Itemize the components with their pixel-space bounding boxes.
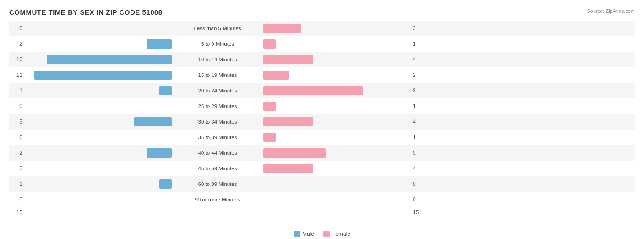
bar-section-right	[263, 71, 410, 80]
bar-section-right	[263, 39, 410, 49]
bar-male	[147, 39, 172, 49]
right-value: 0	[410, 196, 426, 203]
left-value: 0	[9, 25, 25, 32]
left-value: 10	[9, 56, 25, 63]
bar-section-left	[25, 86, 172, 95]
axis-right-value: 15	[410, 209, 426, 216]
chart-row: 0 25 to 29 Minutes 1	[9, 98, 635, 114]
left-value: 3	[9, 119, 25, 125]
left-value: 0	[9, 196, 25, 203]
row-label: 90 or more Minutes	[172, 197, 263, 202]
bar-section-right	[263, 133, 410, 142]
bar-section-left	[25, 71, 172, 80]
chart-row: 0 90 or more Minutes 0	[9, 192, 635, 207]
row-label: Less than 5 Minutes	[172, 26, 263, 31]
right-value: 8	[410, 87, 426, 94]
bar-male	[147, 148, 172, 158]
row-label: 15 to 19 Minutes	[172, 72, 263, 78]
right-value: 1	[410, 41, 426, 47]
bar-section-left	[25, 195, 172, 204]
row-label: 40 to 44 Minutes	[172, 150, 263, 156]
legend-female: Female	[323, 231, 350, 237]
male-legend-label: Male	[302, 231, 314, 237]
female-legend-label: Female	[332, 231, 350, 237]
right-value: 5	[410, 150, 426, 156]
right-value: 3	[410, 25, 426, 32]
bar-female	[263, 148, 326, 158]
bar-section-left	[25, 148, 172, 158]
right-value: 4	[410, 56, 426, 63]
bar-female	[263, 39, 276, 49]
chart-row: 2 40 to 44 Minutes 5	[9, 145, 635, 161]
chart-row: 11 15 to 19 Minutes 2	[9, 67, 635, 83]
left-value: 1	[9, 87, 25, 94]
chart-row: 0 35 to 39 Minutes 1	[9, 130, 635, 145]
row-label: 25 to 29 Minutes	[172, 103, 263, 109]
bar-section-right	[263, 179, 410, 189]
chart-row: 0 Less than 5 Minutes 3	[9, 21, 635, 36]
bar-section-right	[263, 55, 410, 64]
right-value: 1	[410, 103, 426, 109]
chart-row: 10 10 to 14 Minutes 4	[9, 52, 635, 67]
row-label: 60 to 89 Minutes	[172, 181, 263, 187]
row-label: 10 to 14 Minutes	[172, 57, 263, 62]
legend: Male Female	[294, 231, 350, 237]
row-label: 5 to 9 Minutes	[172, 41, 263, 47]
bar-female	[263, 133, 276, 142]
bar-section-right	[263, 117, 410, 126]
left-value: 1	[9, 181, 25, 187]
bar-female	[263, 102, 276, 111]
left-value: 0	[9, 103, 25, 109]
bar-section-right	[263, 148, 410, 158]
bar-section-left	[25, 55, 172, 64]
chart-area: 0 Less than 5 Minutes 3 2 5 to 9 Minutes…	[9, 21, 635, 206]
bar-male	[34, 71, 172, 80]
bar-female	[263, 24, 301, 33]
bar-section-left	[25, 24, 172, 33]
chart-row: 0 45 to 59 Minutes 4	[9, 161, 635, 176]
male-legend-icon	[294, 231, 300, 237]
bar-female	[263, 86, 363, 95]
bar-section-left	[25, 164, 172, 173]
axis-left-value: 15	[9, 209, 25, 216]
chart-row: 2 5 to 9 Minutes 1	[9, 36, 635, 52]
row-label: 30 to 34 Minutes	[172, 119, 263, 125]
right-value: 2	[410, 72, 426, 78]
bar-section-right	[263, 102, 410, 111]
legend-male: Male	[294, 231, 314, 237]
bar-section-left	[25, 102, 172, 111]
left-value: 2	[9, 41, 25, 47]
row-label: 45 to 59 Minutes	[172, 166, 263, 171]
bar-section-left	[25, 117, 172, 126]
bar-male	[47, 55, 172, 64]
female-legend-icon	[323, 231, 330, 237]
bar-section-right	[263, 195, 410, 204]
right-value: 4	[410, 165, 426, 172]
source-text: Source: ZipAtlas.com	[587, 8, 635, 14]
left-value: 0	[9, 165, 25, 172]
bar-female	[263, 117, 313, 126]
chart-row: 1 60 to 89 Minutes 0	[9, 176, 635, 192]
row-label: 35 to 39 Minutes	[172, 135, 263, 140]
left-value: 2	[9, 150, 25, 156]
right-value: 0	[410, 181, 426, 187]
row-label: 20 to 24 Minutes	[172, 88, 263, 93]
bar-male	[159, 86, 172, 95]
left-value: 0	[9, 134, 25, 141]
right-value: 1	[410, 134, 426, 141]
chart-title: COMMUTE TIME BY SEX IN ZIP CODE 51008	[9, 8, 635, 16]
axis-row: 15 15	[9, 209, 635, 216]
bar-female	[263, 55, 313, 64]
bar-section-left	[25, 39, 172, 49]
chart-row: 1 20 to 24 Minutes 8	[9, 83, 635, 98]
bar-section-right	[263, 86, 410, 95]
bar-male	[134, 117, 172, 126]
bar-section-right	[263, 164, 410, 173]
bar-section-right	[263, 24, 410, 33]
bar-female	[263, 164, 313, 173]
bar-section-left	[25, 133, 172, 142]
bar-male	[159, 179, 172, 189]
chart-row: 3 30 to 34 Minutes 4	[9, 114, 635, 130]
left-value: 11	[9, 72, 25, 78]
right-value: 4	[410, 119, 426, 125]
